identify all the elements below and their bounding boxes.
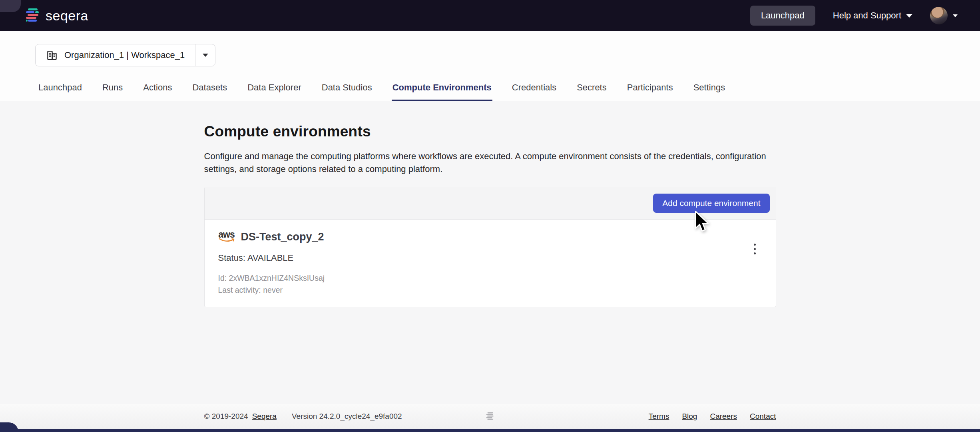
footer-link-contact[interactable]: Contact xyxy=(750,412,776,421)
seqera-logo[interactable]: seqera xyxy=(25,8,88,24)
tab-credentials[interactable]: Credentials xyxy=(511,82,557,101)
workspace-selector-dropdown-toggle[interactable] xyxy=(195,44,215,66)
status-value: AVAILABLE xyxy=(247,253,293,263)
compute-environment-last-activity: Last activity: never xyxy=(218,286,762,295)
tab-datasets[interactable]: Datasets xyxy=(191,82,228,101)
seqera-footer-link[interactable]: Seqera xyxy=(252,412,277,421)
compute-environment-id: Id: 2xWBA1xznHIZ4NSksIUsaj xyxy=(218,274,762,283)
last-activity-value: never xyxy=(263,286,283,294)
brand-name: seqera xyxy=(46,8,88,24)
help-and-support-menu[interactable]: Help and Support xyxy=(833,10,912,21)
organization-icon xyxy=(46,49,58,61)
workspace-selector[interactable]: Organization_1 | Workspace_1 xyxy=(35,44,215,66)
workspace-selector-label: Organization_1 | Workspace_1 xyxy=(64,50,185,60)
page-footer: © 2019-2024 Seqera Version 24.2.0_cycle2… xyxy=(0,404,980,429)
tab-actions[interactable]: Actions xyxy=(142,82,173,101)
tab-data-studios[interactable]: Data Studios xyxy=(321,82,373,101)
page-description: Configure and manage the computing platf… xyxy=(204,150,776,176)
status-label: Status: xyxy=(218,253,245,263)
main-content: Compute environments Configure and manag… xyxy=(0,101,980,404)
tab-compute-environments[interactable]: Compute Environments xyxy=(392,82,492,101)
help-and-support-label: Help and Support xyxy=(833,10,901,21)
workspace-tabs: Launchpad Runs Actions Datasets Data Exp… xyxy=(38,82,980,101)
add-compute-environment-button[interactable]: Add compute environment xyxy=(653,194,769,213)
aws-smile-arc xyxy=(219,238,235,243)
id-value: 2xWBA1xznHIZ4NSksIUsaj xyxy=(229,274,325,282)
chevron-down-icon xyxy=(906,14,912,18)
bottom-frame-artifact xyxy=(0,429,980,432)
top-navbar: seqera Launchpad Help and Support xyxy=(0,0,980,31)
footer-link-careers[interactable]: Careers xyxy=(710,412,737,421)
id-label: Id: xyxy=(218,274,227,282)
footer-copyright: © 2019-2024 Seqera Version 24.2.0_cycle2… xyxy=(204,412,402,421)
chevron-down-icon xyxy=(953,14,958,17)
aws-word: aws xyxy=(218,231,234,238)
tab-launchpad[interactable]: Launchpad xyxy=(38,82,83,101)
panel-toolbar: Add compute environment xyxy=(205,187,776,220)
footer-version: Version 24.2.0_cycle24_e9fa002 xyxy=(292,412,402,421)
aws-logo-icon: aws xyxy=(218,231,235,243)
compute-environments-panel: Add compute environment aws DS-Test_copy… xyxy=(204,187,776,307)
kebab-menu-icon[interactable] xyxy=(747,240,763,258)
user-avatar[interactable] xyxy=(930,7,948,24)
compute-environment-name-link[interactable]: DS-Test_copy_2 xyxy=(241,231,324,243)
seqera-mark-gray-icon xyxy=(486,411,494,422)
tab-settings[interactable]: Settings xyxy=(693,82,726,101)
seqera-mark-icon xyxy=(25,8,40,24)
footer-link-terms[interactable]: Terms xyxy=(649,412,669,421)
chevron-down-icon xyxy=(203,54,208,57)
tab-secrets[interactable]: Secrets xyxy=(576,82,608,101)
footer-link-blog[interactable]: Blog xyxy=(682,412,697,421)
launchpad-button[interactable]: Launchpad xyxy=(750,6,815,26)
workspace-header: Organization_1 | Workspace_1 Launchpad R… xyxy=(0,31,980,101)
compute-environment-status: Status: AVAILABLE xyxy=(218,253,762,263)
window-corner-artifact xyxy=(0,0,21,12)
copyright-text: © 2019-2024 xyxy=(204,412,248,421)
tab-runs[interactable]: Runs xyxy=(102,82,123,101)
page-title: Compute environments xyxy=(204,123,776,140)
last-activity-label: Last activity: xyxy=(218,286,261,294)
compute-environment-row[interactable]: aws DS-Test_copy_2 Status: AVAILABLE Id:… xyxy=(205,220,776,307)
tab-participants[interactable]: Participants xyxy=(626,82,674,101)
user-menu[interactable] xyxy=(930,7,958,24)
tab-data-explorer[interactable]: Data Explorer xyxy=(247,82,302,101)
